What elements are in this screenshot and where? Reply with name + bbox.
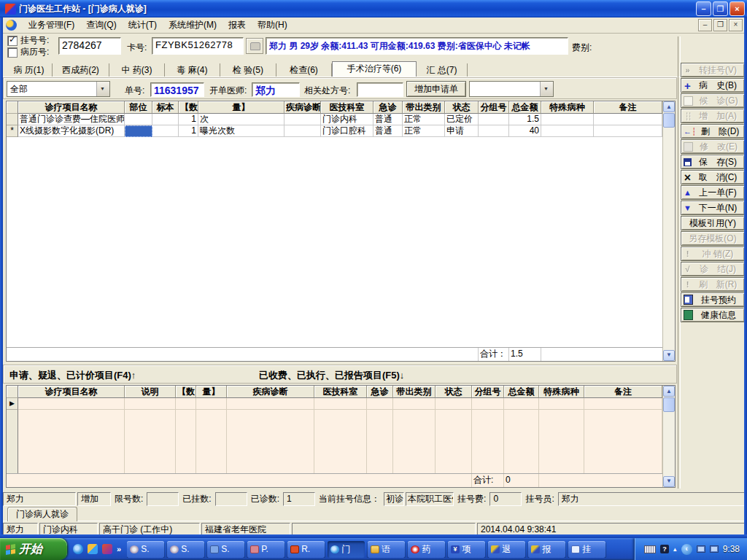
column-header[interactable]: 说明: [125, 386, 176, 398]
column-header[interactable]: 带出类别: [393, 386, 436, 398]
column-header[interactable]: 分组号: [472, 386, 504, 398]
close-button[interactable]: ×: [729, 1, 745, 16]
table-row[interactable]: 普通门诊诊查费—住院医师 1 次 门诊内科 普通 正常 已定价 1.5: [7, 114, 662, 125]
taskbar-button[interactable]: 报: [528, 541, 565, 558]
side-button[interactable]: 冲 销(Z): [681, 246, 745, 261]
pending-items-title[interactable]: 申请、疑退、已计价项目(F4)↑: [9, 369, 136, 382]
network-icon[interactable]: [697, 545, 705, 553]
side-button[interactable]: 保 存(S): [681, 155, 745, 169]
rx-no-input[interactable]: [357, 82, 403, 97]
tray-clock[interactable]: 9:38: [723, 544, 740, 554]
column-header[interactable]: 特殊病种: [541, 101, 594, 114]
column-header[interactable]: 诊疗项目名称: [18, 386, 125, 398]
cell-item-name[interactable]: 普通门诊诊查费—住院医师: [18, 114, 125, 125]
reg-no-input[interactable]: 2784267: [58, 37, 121, 55]
column-header[interactable]: 急诊: [367, 386, 393, 398]
column-header[interactable]: 特殊病种: [539, 386, 584, 398]
scrollbar-thumb[interactable]: [663, 113, 675, 128]
cell-part[interactable]: [125, 114, 152, 125]
scope-dropdown[interactable]: 全部: [7, 81, 110, 97]
taskbar-button[interactable]: S.: [127, 541, 164, 558]
cell-note[interactable]: [584, 398, 662, 410]
chevron-down-icon[interactable]: [540, 82, 553, 96]
column-header[interactable]: 医技科室: [321, 101, 374, 114]
cell-diagnosis[interactable]: [285, 114, 321, 125]
taskbar-button[interactable]: P.: [247, 541, 285, 558]
cell-emergency[interactable]: [367, 398, 393, 410]
help-icon[interactable]: [660, 545, 669, 553]
side-button[interactable]: 下一单(N): [681, 201, 745, 215]
cell-dept[interactable]: 门诊口腔科: [321, 125, 374, 137]
side-button[interactable]: 挂号预约: [681, 292, 745, 307]
scroll-down-icon[interactable]: [663, 350, 675, 361]
column-header[interactable]: 总金额: [504, 386, 539, 398]
side-button[interactable]: 刷 新(R): [681, 277, 745, 292]
show-desktop-icon[interactable]: [88, 544, 98, 554]
cell-part-selected[interactable]: [125, 125, 152, 137]
cell-carry-type[interactable]: [393, 398, 436, 410]
card-reader-button[interactable]: [246, 38, 263, 54]
cell-special[interactable]: [541, 114, 594, 125]
taskbar-button[interactable]: 药: [408, 541, 445, 558]
taskbar-button[interactable]: 挂: [568, 541, 605, 558]
vertical-scrollbar[interactable]: [662, 386, 675, 487]
tab[interactable]: 手术治疗等(6): [332, 61, 417, 77]
cell-status[interactable]: 已定价: [445, 114, 479, 125]
side-button[interactable]: 候 诊(G): [681, 93, 745, 108]
table-row[interactable]: * X线摄影数字化摄影(DR) 1 曝光次数 门诊口腔科 普通 正常 申请 40: [7, 125, 662, 137]
menu-item[interactable]: 系统维护(M): [163, 18, 222, 33]
hide-tray-icons-button[interactable]: [681, 544, 692, 555]
cell-unit[interactable]: 次: [198, 114, 285, 125]
vertical-scrollbar[interactable]: [662, 101, 675, 361]
mdi-minimize-button[interactable]: –: [698, 19, 712, 31]
row-selector[interactable]: *: [7, 125, 18, 137]
start-button[interactable]: 开始: [0, 538, 67, 560]
side-button[interactable]: 病 史(B): [681, 78, 745, 93]
taskbar-button[interactable]: 项: [448, 541, 485, 558]
cell-diagnosis[interactable]: [285, 125, 321, 137]
cell-carry-type[interactable]: 正常: [403, 125, 445, 137]
column-header[interactable]: 备注: [584, 386, 662, 398]
network-icon[interactable]: [710, 545, 719, 553]
column-header[interactable]: 医技科室: [314, 386, 367, 398]
side-button[interactable]: 上一单(F): [681, 185, 745, 200]
taskbar-button[interactable]: R.: [287, 541, 325, 558]
cell-special[interactable]: [539, 398, 584, 410]
column-header[interactable]: 总金额: [509, 101, 541, 114]
column-header[interactable]: 备注: [594, 101, 662, 114]
taskbar-button[interactable]: 退: [488, 541, 525, 558]
side-button[interactable]: 增 加(A): [681, 109, 745, 123]
cell-qty[interactable]: 1: [179, 125, 198, 137]
cell-item-name[interactable]: [18, 398, 125, 410]
reg-no-checkbox[interactable]: [7, 36, 18, 46]
scroll-down-icon[interactable]: [663, 476, 675, 487]
chevron-down-icon[interactable]: [96, 82, 109, 96]
cell-status[interactable]: [436, 398, 472, 410]
cell-status[interactable]: 申请: [445, 125, 479, 137]
column-header[interactable]: 状态: [445, 101, 479, 114]
side-button[interactable]: 取 消(C): [681, 170, 745, 184]
cell-emergency[interactable]: 普通: [374, 125, 403, 137]
request-type-dropdown[interactable]: [469, 81, 554, 97]
cell-qty[interactable]: 1: [179, 114, 198, 125]
side-button[interactable]: 模板引用(Y): [681, 216, 745, 230]
mdi-close-button[interactable]: ×: [729, 19, 743, 31]
cell-dept[interactable]: 门诊内科: [321, 114, 374, 125]
card-no-input[interactable]: FZYBK51262778: [152, 37, 244, 55]
mdi-restore-button[interactable]: ❐: [713, 19, 727, 31]
taskbar-button[interactable]: S.: [167, 541, 204, 558]
menu-item[interactable]: 业务管理(F): [23, 18, 80, 33]
charged-items-title[interactable]: 已收费、已执行、已报告项目(F5)↓: [259, 369, 404, 382]
quick-launch-overflow-icon[interactable]: »: [117, 545, 121, 553]
menu-item[interactable]: 统计(T): [123, 18, 163, 33]
cell-unit[interactable]: [196, 398, 227, 410]
cell-note[interactable]: [125, 398, 176, 410]
window-tab[interactable]: 门诊病人就诊: [7, 507, 77, 521]
column-header[interactable]: 部位: [125, 101, 152, 114]
menu-item[interactable]: 报表: [222, 18, 252, 33]
side-button[interactable]: 修 改(E): [681, 139, 745, 154]
side-button[interactable]: 转挂号(V): [681, 63, 745, 77]
tab[interactable]: 西成药(2): [53, 63, 109, 77]
menu-item[interactable]: 帮助(H): [252, 18, 293, 33]
column-header[interactable]: 量】: [196, 386, 227, 398]
